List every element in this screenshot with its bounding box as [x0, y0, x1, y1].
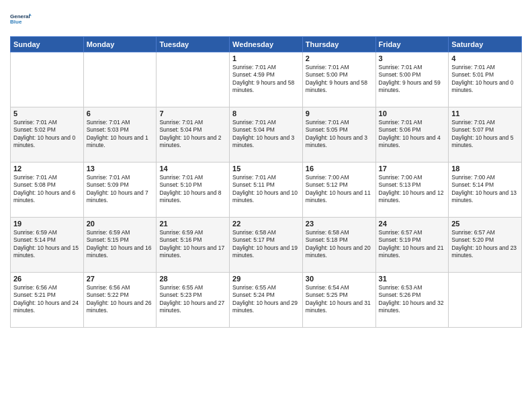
day-number: 20: [87, 220, 154, 228]
day-number: 14: [159, 165, 226, 173]
sunset: Sunset: 5:25 PM: [306, 291, 348, 298]
sunrise: Sunrise: 7:01 AM: [232, 64, 276, 71]
calendar-cell: 4Sunrise: 7:01 AMSunset: 5:01 PMDaylight…: [449, 52, 522, 107]
sunset: Sunset: 5:03 PM: [87, 126, 129, 133]
calendar-cell: 5Sunrise: 7:01 AMSunset: 5:02 PMDaylight…: [11, 107, 84, 163]
daylight-hours: Daylight: 10 hours and 27 minutes.: [159, 300, 224, 314]
day-number: 9: [306, 109, 373, 118]
header: General Blue: [10, 7, 522, 31]
sunset: Sunset: 5:18 PM: [306, 236, 348, 243]
daylight-hours: Daylight: 10 hours and 0 minutes.: [13, 134, 75, 148]
daylight-hours: Daylight: 10 hours and 24 minutes.: [13, 300, 79, 314]
sunset: Sunset: 5:06 PM: [379, 126, 421, 133]
week-row-5: 26Sunrise: 6:56 AMSunset: 5:21 PMDayligh…: [11, 273, 522, 328]
day-number: 1: [232, 54, 300, 62]
day-number: 26: [13, 275, 81, 283]
sunrise: Sunrise: 7:01 AM: [451, 119, 495, 126]
daylight-hours: Daylight: 10 hours and 5 minutes.: [451, 134, 513, 148]
sunrise: Sunrise: 7:01 AM: [13, 174, 57, 181]
calendar-cell: 16Sunrise: 7:00 AMSunset: 5:12 PMDayligh…: [302, 163, 375, 218]
sunset: Sunset: 5:08 PM: [13, 181, 56, 188]
calendar-cell: 3Sunrise: 7:01 AMSunset: 5:00 PMDaylight…: [375, 52, 449, 107]
daylight-hours: Daylight: 10 hours and 20 minutes.: [306, 244, 371, 259]
cell-content: Sunrise: 6:57 AMSunset: 5:19 PMDaylight:…: [379, 229, 446, 260]
day-number: 2: [306, 54, 373, 62]
daylight-hours: Daylight: 10 hours and 3 minutes.: [306, 134, 367, 148]
calendar-cell: 10Sunrise: 7:01 AMSunset: 5:06 PMDayligh…: [375, 107, 449, 163]
sunset: Sunset: 5:09 PM: [87, 181, 129, 188]
cell-content: Sunrise: 6:55 AMSunset: 5:24 PMDaylight:…: [232, 284, 300, 315]
sunset: Sunset: 5:11 PM: [232, 181, 275, 188]
sunrise: Sunrise: 7:01 AM: [159, 174, 203, 181]
calendar-header-row: SundayMondayTuesdayWednesdayThursdayFrid…: [11, 37, 522, 52]
daylight-hours: Daylight: 10 hours and 4 minutes.: [379, 134, 441, 148]
sunrise: Sunrise: 6:59 AM: [13, 229, 57, 236]
week-row-3: 12Sunrise: 7:01 AMSunset: 5:08 PMDayligh…: [11, 163, 522, 218]
sunset: Sunset: 5:24 PM: [232, 291, 275, 298]
day-number: 11: [451, 109, 519, 118]
day-number: 18: [451, 165, 519, 173]
cell-content: Sunrise: 6:59 AMSunset: 5:14 PMDaylight:…: [13, 229, 81, 260]
calendar-cell: 19Sunrise: 6:59 AMSunset: 5:14 PMDayligh…: [11, 218, 84, 273]
sunrise: Sunrise: 7:00 AM: [451, 174, 495, 181]
day-number: 23: [306, 220, 373, 228]
day-number: 15: [232, 165, 300, 173]
sunrise: Sunrise: 6:55 AM: [159, 284, 203, 291]
daylight-hours: Daylight: 10 hours and 10 minutes.: [232, 189, 298, 203]
daylight-hours: Daylight: 10 hours and 16 minutes.: [87, 244, 152, 259]
sunset: Sunset: 5:01 PM: [451, 71, 494, 78]
day-number: 13: [87, 165, 154, 173]
calendar-table: SundayMondayTuesdayWednesdayThursdayFrid…: [10, 36, 522, 328]
sunrise: Sunrise: 7:01 AM: [306, 64, 349, 71]
header-saturday: Saturday: [449, 37, 522, 52]
sunset: Sunset: 5:20 PM: [451, 236, 494, 243]
daylight-hours: Daylight: 9 hours and 58 minutes.: [306, 79, 367, 93]
cell-content: Sunrise: 7:01 AMSunset: 5:03 PMDaylight:…: [87, 119, 154, 150]
daylight-hours: Daylight: 10 hours and 1 minute.: [87, 134, 148, 148]
daylight-hours: Daylight: 10 hours and 13 minutes.: [451, 189, 517, 203]
calendar-cell: 9Sunrise: 7:01 AMSunset: 5:05 PMDaylight…: [302, 107, 375, 163]
calendar-cell: 12Sunrise: 7:01 AMSunset: 5:08 PMDayligh…: [11, 163, 84, 218]
sunset: Sunset: 5:23 PM: [159, 291, 202, 298]
sunrise: Sunrise: 6:53 AM: [379, 284, 423, 291]
header-monday: Monday: [83, 37, 157, 52]
sunrise: Sunrise: 7:01 AM: [232, 174, 276, 181]
header-wednesday: Wednesday: [230, 37, 303, 52]
day-number: 27: [87, 275, 154, 283]
sunrise: Sunrise: 7:01 AM: [451, 64, 495, 71]
daylight-hours: Daylight: 10 hours and 21 minutes.: [379, 244, 444, 259]
sunrise: Sunrise: 7:01 AM: [87, 174, 130, 181]
sunset: Sunset: 4:59 PM: [232, 71, 275, 78]
daylight-hours: Daylight: 10 hours and 2 minutes.: [159, 134, 221, 148]
calendar-cell: 18Sunrise: 7:00 AMSunset: 5:14 PMDayligh…: [449, 163, 522, 218]
day-number: 4: [451, 54, 519, 62]
daylight-hours: Daylight: 10 hours and 12 minutes.: [379, 189, 444, 203]
cell-content: Sunrise: 7:01 AMSunset: 4:59 PMDaylight:…: [232, 64, 300, 95]
sunrise: Sunrise: 6:57 AM: [379, 229, 423, 236]
daylight-hours: Daylight: 9 hours and 58 minutes.: [232, 79, 294, 93]
sunrise: Sunrise: 6:58 AM: [232, 229, 276, 236]
sunrise: Sunrise: 6:55 AM: [232, 284, 276, 291]
calendar-cell: 24Sunrise: 6:57 AMSunset: 5:19 PMDayligh…: [375, 218, 449, 273]
calendar-cell: 2Sunrise: 7:01 AMSunset: 5:00 PMDaylight…: [302, 52, 375, 107]
sunset: Sunset: 5:00 PM: [379, 71, 421, 78]
cell-content: Sunrise: 7:01 AMSunset: 5:11 PMDaylight:…: [232, 174, 300, 205]
calendar-cell: 20Sunrise: 6:59 AMSunset: 5:15 PMDayligh…: [83, 218, 157, 273]
calendar-cell: 22Sunrise: 6:58 AMSunset: 5:17 PMDayligh…: [230, 218, 303, 273]
header-sunday: Sunday: [11, 37, 84, 52]
sunset: Sunset: 5:22 PM: [87, 291, 129, 298]
daylight-hours: Daylight: 10 hours and 32 minutes.: [379, 300, 444, 314]
sunrise: Sunrise: 7:01 AM: [379, 64, 423, 71]
sunrise: Sunrise: 7:01 AM: [87, 119, 130, 126]
calendar-body: 1Sunrise: 7:01 AMSunset: 4:59 PMDaylight…: [11, 52, 522, 328]
calendar-cell: 6Sunrise: 7:01 AMSunset: 5:03 PMDaylight…: [83, 107, 157, 163]
cell-content: Sunrise: 7:00 AMSunset: 5:14 PMDaylight:…: [451, 174, 519, 205]
day-number: 8: [232, 109, 300, 118]
calendar-cell: 17Sunrise: 7:00 AMSunset: 5:13 PMDayligh…: [375, 163, 449, 218]
day-number: 10: [379, 109, 446, 118]
sunrise: Sunrise: 7:01 AM: [379, 119, 423, 126]
calendar-cell: 15Sunrise: 7:01 AMSunset: 5:11 PMDayligh…: [230, 163, 303, 218]
sunset: Sunset: 5:10 PM: [159, 181, 202, 188]
calendar-cell: [11, 52, 84, 107]
day-number: 6: [87, 109, 154, 118]
